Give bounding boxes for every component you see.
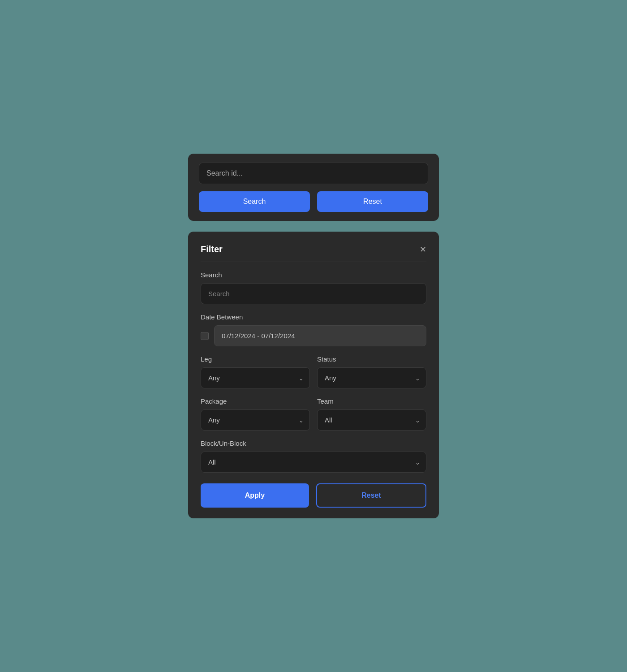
- team-select-wrapper: All ⌄: [317, 409, 426, 431]
- package-group: Package Any ⌄: [201, 397, 310, 431]
- package-select-wrapper: Any ⌄: [201, 409, 310, 431]
- team-select[interactable]: All: [317, 409, 426, 431]
- filter-panel: Filter ✕ Search Date Between 07/12/2024 …: [188, 232, 439, 518]
- status-label: Status: [317, 355, 426, 363]
- date-row: 07/12/2024 - 07/12/2024: [201, 325, 426, 346]
- search-field-group: Search: [201, 271, 426, 304]
- search-label: Search: [201, 271, 426, 279]
- block-label: Block/Un-Block: [201, 439, 426, 447]
- search-id-input[interactable]: [199, 163, 428, 184]
- filter-header: Filter ✕: [201, 244, 426, 262]
- reset-top-button[interactable]: Reset: [317, 191, 428, 212]
- filter-footer-buttons: Apply Reset: [201, 483, 426, 508]
- team-label: Team: [317, 397, 426, 405]
- leg-label: Leg: [201, 355, 310, 363]
- date-between-group: Date Between 07/12/2024 - 07/12/2024: [201, 313, 426, 346]
- apply-button[interactable]: Apply: [201, 483, 309, 508]
- date-checkbox[interactable]: [201, 332, 209, 340]
- leg-group: Leg Any ⌄: [201, 355, 310, 388]
- block-select[interactable]: All: [201, 452, 426, 473]
- search-bar-buttons: Search Reset: [199, 191, 428, 212]
- block-select-wrapper: All ⌄: [201, 452, 426, 473]
- status-select[interactable]: Any: [317, 367, 426, 388]
- leg-select[interactable]: Any: [201, 367, 310, 388]
- block-group: Block/Un-Block All ⌄: [201, 439, 426, 473]
- leg-select-wrapper: Any ⌄: [201, 367, 310, 388]
- filter-search-input[interactable]: [201, 283, 426, 304]
- date-between-label: Date Between: [201, 313, 426, 321]
- date-range-display[interactable]: 07/12/2024 - 07/12/2024: [214, 325, 426, 346]
- package-label: Package: [201, 397, 310, 405]
- status-group: Status Any ⌄: [317, 355, 426, 388]
- reset-filter-button[interactable]: Reset: [316, 483, 426, 508]
- package-select[interactable]: Any: [201, 409, 310, 431]
- search-button[interactable]: Search: [199, 191, 310, 212]
- team-group: Team All ⌄: [317, 397, 426, 431]
- search-bar-panel: Search Reset: [188, 154, 439, 221]
- filter-title: Filter: [201, 244, 223, 254]
- leg-status-row: Leg Any ⌄ Status Any ⌄: [201, 355, 426, 388]
- close-button[interactable]: ✕: [420, 246, 426, 254]
- status-select-wrapper: Any ⌄: [317, 367, 426, 388]
- package-team-row: Package Any ⌄ Team All ⌄: [201, 397, 426, 431]
